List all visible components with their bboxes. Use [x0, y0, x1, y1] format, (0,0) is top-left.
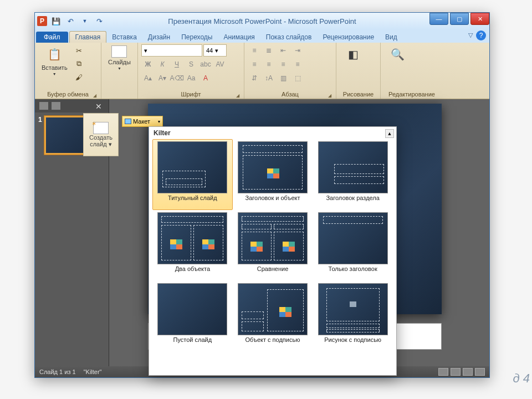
bold-button[interactable]: Ж	[141, 58, 155, 70]
minimize-ribbon-icon[interactable]: ▽	[468, 32, 473, 39]
background-text: д 4	[513, 371, 530, 386]
layout-label: Заголовок и объект	[245, 193, 300, 208]
strike-button[interactable]: abc	[199, 58, 212, 70]
decrease-indent-button[interactable]: ⇤	[277, 44, 290, 57]
redo-button[interactable]: ↷	[94, 16, 105, 27]
align-right-button[interactable]: ≡	[277, 58, 290, 70]
tab-review[interactable]: Рецензирование	[317, 32, 380, 43]
align-left-button[interactable]: ≡	[248, 58, 261, 70]
layout-picture-caption[interactable]: Рисунок с подписью	[313, 281, 393, 352]
tab-animations[interactable]: Анимация	[218, 32, 260, 43]
normal-view-button[interactable]	[438, 368, 448, 376]
shrink-font-button[interactable]: A▾	[156, 72, 169, 84]
grow-font-button[interactable]: A▴	[141, 72, 155, 84]
ribbon: 📋 Вставить ▼ ✂ ⧉ 🖌 Буфер обмена◢ Слайды …	[35, 43, 489, 99]
align-center-button[interactable]: ≡	[262, 58, 275, 70]
outline-tab-icon[interactable]	[52, 102, 60, 110]
format-painter-button[interactable]: 🖌	[73, 71, 85, 83]
group-editing: 🔍 Редактирование	[381, 43, 443, 99]
slides-label: Слайды	[108, 59, 131, 65]
tab-insert[interactable]: Вставка	[106, 32, 142, 43]
italic-button[interactable]: К	[156, 58, 169, 70]
paste-button[interactable]: 📋 Вставить ▼	[38, 44, 71, 77]
slides-gallery-button[interactable]: Слайды ▼	[105, 44, 134, 71]
undo-dropdown[interactable]: ▼	[79, 16, 90, 27]
cut-button[interactable]: ✂	[73, 44, 85, 57]
layout-two-content[interactable]: Два объекта	[152, 210, 233, 281]
group-clipboard-label: Буфер обмена◢	[38, 90, 98, 99]
line-spacing-button[interactable]: ⇵	[248, 72, 261, 84]
numbering-button[interactable]: ≣	[262, 44, 275, 57]
drawing-button[interactable]: ◧	[340, 44, 366, 64]
paste-icon: 📋	[45, 45, 63, 63]
tab-design[interactable]: Дизайн	[142, 32, 176, 43]
increase-indent-button[interactable]: ⇥	[291, 44, 304, 57]
spacing-button[interactable]: AV	[213, 58, 227, 70]
underline-button[interactable]: Ч	[170, 58, 183, 70]
tab-home[interactable]: Главная	[69, 31, 107, 43]
layout-dropdown-button[interactable]: Макет ▾	[122, 116, 163, 127]
text-direction-button[interactable]: ↕A	[262, 72, 275, 84]
bullets-button[interactable]: ≡	[248, 44, 261, 57]
minimize-button[interactable]: —	[429, 13, 448, 25]
chevron-down-icon: ▾	[158, 119, 160, 124]
tab-file[interactable]: Файл	[36, 32, 68, 43]
save-button[interactable]: 💾	[50, 16, 62, 27]
font-size-combo[interactable]: 44▾	[203, 44, 227, 57]
layout-content-caption[interactable]: Объект с подписью	[233, 281, 313, 352]
maximize-button[interactable]: ▢	[450, 13, 469, 25]
status-slide: Слайд 1 из 1	[39, 369, 76, 375]
layout-section-header[interactable]: Заголовок раздела	[313, 139, 393, 210]
tab-transitions[interactable]: Переходы	[176, 32, 218, 43]
columns-button[interactable]: ▥	[277, 72, 290, 84]
ribbon-tabs: Файл Главная Вставка Дизайн Переходы Ани…	[35, 29, 489, 43]
copy-button[interactable]: ⧉	[73, 58, 85, 70]
layout-label: Два объекта	[175, 264, 210, 279]
layout-label: Титульный слайд	[168, 193, 217, 208]
layout-blank[interactable]: Пустой слайд	[152, 281, 233, 352]
layout-title-only[interactable]: Только заголовок	[313, 210, 393, 281]
layout-comparison[interactable]: Сравнение	[233, 210, 313, 281]
group-paragraph: ≡ ≣ ⇤ ⇥ ≡ ≡ ≡ ≡ ⇵ ↕A ▥ ⬚ Абзац◢	[244, 43, 336, 99]
tab-slideshow[interactable]: Показ слайдов	[260, 32, 318, 43]
layout-label: Только заголовок	[329, 264, 377, 279]
change-case-button[interactable]: Aa	[185, 72, 198, 84]
layout-title-slide[interactable]: Титульный слайд	[152, 139, 233, 210]
help-button[interactable]: ?	[476, 30, 486, 40]
font-family-combo[interactable]: ▾	[141, 44, 202, 57]
gallery-scroll-up[interactable]: ▲	[385, 129, 394, 138]
reading-view-button[interactable]	[463, 368, 473, 376]
shadow-button[interactable]: S	[185, 58, 198, 70]
new-slide-label-1: Создать	[89, 134, 112, 141]
new-slide-label-2: слайд ▾	[90, 141, 112, 148]
titlebar: P 💾 ↶ ▼ ↷ Презентация Microsoft PowerPoi…	[35, 13, 489, 29]
close-pane-icon[interactable]: ✕	[95, 102, 104, 110]
clipboard-launcher[interactable]: ◢	[93, 93, 96, 98]
sorter-view-button[interactable]	[451, 368, 461, 376]
thumbnail-tabs: ✕	[35, 99, 109, 112]
paragraph-launcher[interactable]: ◢	[328, 93, 331, 98]
group-drawing: ◧ Рисование	[336, 43, 381, 99]
slides-tab-icon[interactable]	[39, 102, 48, 110]
font-color-button[interactable]: A	[199, 72, 212, 84]
group-slides-label	[105, 97, 134, 99]
undo-button[interactable]: ↶	[65, 16, 76, 27]
clear-format-button[interactable]: A⌫	[170, 72, 183, 84]
layout-icon	[125, 119, 131, 124]
new-slide-button[interactable]: ✶ Создать слайд ▾	[83, 113, 119, 156]
slideshow-view-button[interactable]	[475, 368, 485, 376]
close-button[interactable]: ✕	[470, 13, 489, 25]
group-drawing-label: Рисование	[340, 90, 377, 99]
layout-title-content[interactable]: Заголовок и объект	[233, 139, 313, 210]
layout-label: Объект с подписью	[245, 335, 300, 350]
app-icon: P	[37, 16, 47, 26]
font-launcher[interactable]: ◢	[236, 93, 239, 98]
thumbnail-number: 1	[38, 116, 42, 155]
gallery-theme-name: Kilter	[149, 127, 396, 139]
status-theme: "Kilter"	[84, 369, 102, 375]
window-controls: — ▢ ✕	[428, 13, 489, 25]
editing-button[interactable]: 🔍	[384, 44, 411, 64]
justify-button[interactable]: ≡	[291, 58, 304, 70]
tab-view[interactable]: Вид	[380, 32, 403, 43]
smartart-button[interactable]: ⬚	[291, 72, 304, 84]
